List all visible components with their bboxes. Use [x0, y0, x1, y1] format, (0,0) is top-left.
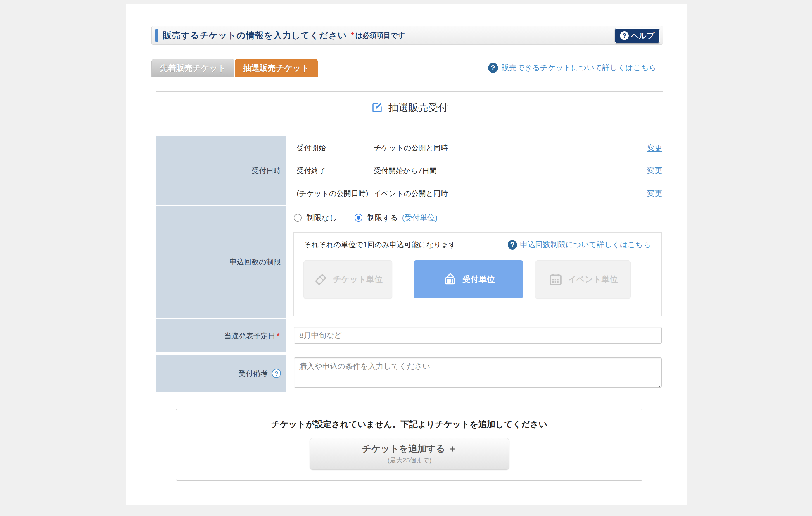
radio-limit[interactable]: [354, 214, 362, 222]
radio-no-limit[interactable]: [294, 214, 302, 222]
announcement-date-label: 当選発表予定日: [224, 331, 276, 341]
help-question-icon: ?: [620, 31, 629, 40]
radio-no-limit-label[interactable]: 制限なし: [306, 213, 337, 223]
row-announcement-date: 当選発表予定日*: [156, 320, 663, 352]
question-circle-icon: ?: [488, 63, 498, 73]
unit-button-label: チケット単位: [333, 274, 383, 285]
unit-button-label: イベント単位: [568, 274, 618, 285]
datetime-line-end: 受付終了 受付開始から7日間 変更: [286, 166, 663, 175]
announcement-date-input[interactable]: [294, 327, 662, 344]
add-ticket-button[interactable]: チケットを追加する ＋ (最大25個まで): [310, 438, 509, 469]
limit-unit-link[interactable]: (受付単位): [402, 213, 437, 223]
label-announcement-date: 当選発表予定日*: [156, 320, 286, 352]
add-ticket-label: チケットを追加する: [362, 442, 445, 455]
limit-unit-box: それぞれの単位で1回のみ申込可能になります ? 申込回数制限について詳しくはこち…: [293, 232, 662, 316]
question-outline-icon[interactable]: ?: [272, 369, 281, 378]
radio-limit-label[interactable]: 制限する: [367, 213, 398, 223]
calendar-icon: [548, 272, 563, 287]
required-asterisk: *: [277, 331, 280, 341]
row-reception-note: 受付備考 ?: [156, 355, 663, 392]
datetime-line-name: (チケットの公開日時): [297, 189, 374, 198]
unit-button-reception[interactable]: 受付単位: [414, 260, 523, 298]
ticket-icon: [313, 272, 328, 287]
page: 販売するチケットの情報を入力してください * は必須項目です ? ヘルプ 先着販…: [0, 0, 812, 516]
tab-lottery-tickets[interactable]: 抽選販売チケット: [235, 59, 318, 77]
datetime-line-name: 受付終了: [297, 166, 374, 175]
change-link-publish[interactable]: 変更: [647, 188, 662, 199]
unit-button-ticket[interactable]: チケット単位: [303, 260, 392, 298]
change-link-end[interactable]: 変更: [647, 166, 662, 176]
required-asterisk: *: [351, 31, 354, 40]
question-circle-icon: ?: [508, 240, 517, 249]
plus-icon: ＋: [448, 442, 457, 455]
change-link-start[interactable]: 変更: [647, 143, 662, 153]
sellable-tickets-link[interactable]: 販売できるチケットについて詳しくはこちら: [501, 62, 657, 73]
add-ticket-note: (最大25個まで): [387, 456, 431, 465]
form-header-bar: 販売するチケットの情報を入力してください * は必須項目です ? ヘルプ: [151, 26, 663, 45]
section-lottery-reception: 抽選販売受付: [156, 91, 663, 124]
datetime-line-publish: (チケットの公開日時) イベントの公開と同時 変更: [286, 189, 663, 198]
ticket-list-empty-box: チケットが設定されていません。下記よりチケットを追加してください チケットを追加…: [176, 409, 642, 481]
accent-bar: [155, 29, 158, 42]
unit-button-event[interactable]: イベント単位: [535, 260, 631, 298]
content-card: 販売するチケットの情報を入力してください * は必須項目です ? ヘルプ 先着販…: [126, 4, 688, 506]
datetime-line-value: チケットの公開と同時: [374, 143, 448, 153]
ticket-empty-message: チケットが設定されていません。下記よりチケットを追加してください: [176, 418, 642, 430]
datetime-line-value: 受付開始から7日間: [374, 166, 437, 175]
label-reception-note: 受付備考 ?: [156, 355, 286, 392]
row-application-limit: 申込回数の制限 制限なし 制限する (受付単位) それぞれの単位で1回のみ申込可…: [156, 206, 663, 318]
section-title: 抽選販売受付: [388, 101, 448, 114]
help-button-label: ヘルプ: [631, 31, 655, 41]
sellable-tickets-help: ? 販売できるチケットについて詳しくはこちら: [488, 62, 657, 73]
limit-note: それぞれの単位で1回のみ申込可能になります: [304, 240, 456, 249]
required-note: は必須項目です: [355, 31, 405, 40]
edit-icon: [371, 102, 383, 114]
datetime-line-name: 受付開始: [297, 143, 374, 153]
row-reception-datetime: 受付日時 受付開始 チケットの公開と同時 変更 受付終了 受付開始から7日間 変…: [156, 136, 663, 205]
reception-note-label: 受付備考: [238, 369, 268, 378]
page-title: 販売するチケットの情報を入力してください: [163, 30, 347, 42]
unit-button-label: 受付単位: [462, 274, 495, 285]
reception-note-textarea[interactable]: [294, 357, 662, 387]
tab-first-come-tickets[interactable]: 先着販売チケット: [151, 59, 234, 77]
datetime-line-start: 受付開始 チケットの公開と同時 変更: [286, 143, 663, 153]
datetime-line-value: イベントの公開と同時: [374, 189, 448, 198]
reception-icon: [442, 271, 458, 287]
label-application-limit: 申込回数の制限: [156, 206, 286, 318]
limit-help-link[interactable]: 申込回数制限について詳しくはこちら: [520, 240, 651, 250]
label-reception-datetime: 受付日時: [156, 136, 286, 205]
help-button[interactable]: ? ヘルプ: [615, 28, 660, 43]
